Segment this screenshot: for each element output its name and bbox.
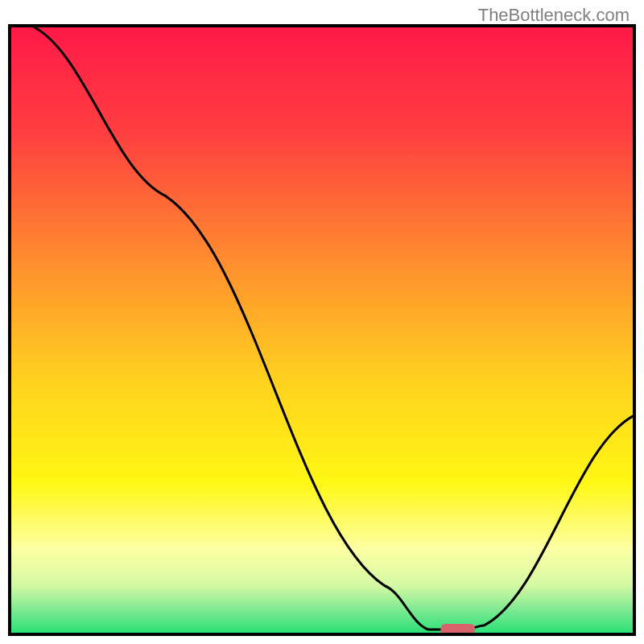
chart-svg (0, 0, 644, 644)
watermark-text: TheBottleneck.com (478, 5, 630, 26)
bottleneck-chart: TheBottleneck.com (0, 0, 644, 644)
